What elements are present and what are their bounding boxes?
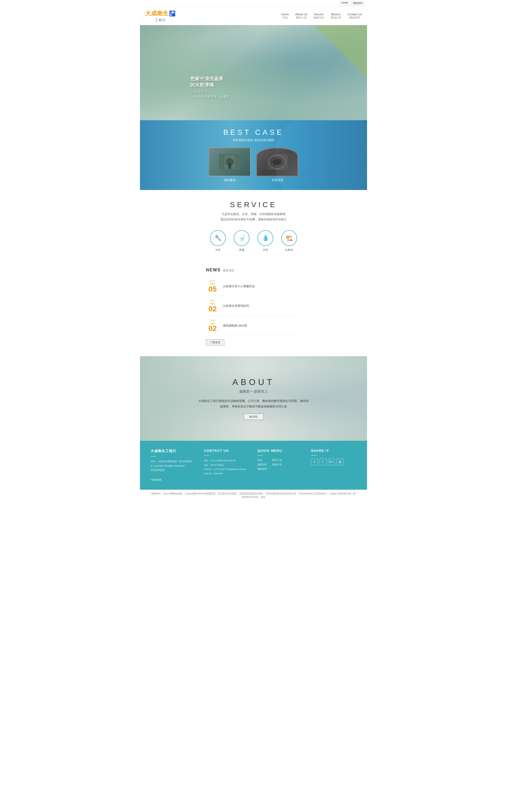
service-title: SERVICE (145, 201, 362, 209)
nav-about-en: About Us (295, 13, 307, 16)
news-section: NEWS 最新消息 2017May 05 台南通水管小心整騙苦波 2017May… (201, 268, 306, 346)
case-photo-2: 水塔清潔 (256, 147, 298, 182)
svg-point-7 (275, 160, 280, 164)
footer-link-albums[interactable]: 案例分享 (272, 463, 282, 466)
footer-link-contact[interactable]: 聯絡我們 (258, 467, 267, 471)
topbar-contact-link[interactable]: 聯絡我們 (351, 1, 364, 6)
about-more-button[interactable]: MORE (244, 413, 264, 420)
news-item-2[interactable]: 2017May 02 台南通水管實用妙招 (206, 296, 301, 316)
footer-line-id: Line ID：hotel100 (204, 471, 250, 476)
hero-text-block: 您家中清洗蔬果 的水乾淨嗎 快速清潔 ──讓您的住家環境、更優質 (190, 75, 229, 99)
footer-bottom: 版權所有，未全文轉載與節錄。立刻為您解決所有您困擾問題。對話更多項目環境，請延覽… (140, 490, 367, 501)
case-photo-img-2 (256, 147, 298, 176)
footer-link-service[interactable]: 服務項目 (258, 463, 267, 466)
service-icon-toilet: 🚽 馬桶 (234, 230, 249, 252)
social-twitter-icon[interactable]: 𝕏 (311, 458, 318, 465)
footer-quick-col-right: 關於大成 案例分享 (272, 458, 282, 471)
about-title: ABOUT (198, 377, 309, 387)
nav-service-en: Service (314, 13, 324, 16)
logo-chinese-text: 大成衛生 (145, 9, 168, 17)
svg-rect-3 (228, 163, 231, 168)
footer-quickmenu-title: QUICK MENU (258, 449, 303, 453)
about-section: ABOUT 服務第一 顧客至上 大成衛生工程行歷經多年訓練精英團。公司行業、廠校… (140, 356, 367, 441)
logo-main: 大成衛生 🚰 (145, 9, 176, 17)
header: 大成衛生 🚰 工程行 Home 首頁 About Us 關於大成 Service… (140, 7, 367, 25)
hero-subtext2: ──讓您的住家環境、更優質 (190, 95, 229, 99)
about-tagline: 服務第一 顧客至上 (198, 389, 309, 394)
news-item-3[interactable]: 2017May 02 通馬桶報報-抽水肥 (206, 316, 301, 336)
nav-home-en: Home (281, 13, 289, 16)
nav-albums-zh: 案例分享 (331, 16, 341, 19)
news-text-2: 台南通水管實用妙招 (223, 304, 301, 308)
footer-col-company: 大成衛生工程行 ADD：台南市永康區崑崙一路120號5號 © Copyright… (151, 449, 196, 482)
pipe-icon: 🔧 (210, 230, 226, 246)
tank-icon-label: 水塔 (258, 248, 273, 252)
news-text-1: 台南通水管小心整騙苦波 (223, 284, 301, 288)
nav-item-about[interactable]: About Us 關於大成 (295, 13, 307, 19)
footer-top: 大成衛生工程行 ADD：台南市永康區崑崙一路120號5號 © Copyright… (140, 441, 367, 490)
tank-icon: 💧 (258, 230, 273, 246)
case-photo-img-1 (209, 147, 251, 176)
footer-col-divider-3 (258, 455, 263, 456)
footer-address: ADD：台南市永康區崑崙一路120號5號 (151, 459, 196, 463)
social-facebook-icon[interactable]: f (320, 458, 326, 465)
about-desc: 大成衛生工程行歷經多年訓練精英團。公司行業、廠校都想解理通衛生等問題，擁有經驗豐… (198, 398, 309, 409)
logo-faucet-icon: 🚰 (169, 10, 176, 17)
news-year-month-2: 2017May (206, 299, 219, 305)
hero-triangle-decoration (314, 25, 367, 78)
hero-heading: 您家中清洗蔬果 的水乾淨嗎 (190, 75, 229, 88)
footer-bottom-text: 版權所有，未全文轉載與節錄。立刻為您解決所有您困擾問題。對話更多項目環境，請延覽… (151, 492, 356, 499)
footer-contact-note: 原來詢問請多 (151, 468, 196, 472)
main-nav: Home 首頁 About Us 關於大成 Service 服務項目 Album… (281, 13, 362, 19)
best-case-section: BEST CASE 專業優質的服務 值得信賴的團隊 抽化糞池 (140, 120, 367, 190)
footer-email: E-MAIL：27771237777@yahoo.com.tw (204, 467, 250, 471)
service-icons-row: 🔧 水管 🚽 馬桶 💧 水塔 🏗️ 化糞池 (145, 230, 362, 252)
case-photo-label-1: 抽化糞池 (209, 178, 251, 182)
news-item-1[interactable]: 2017May 05 台南通水管小心整騙苦波 (206, 277, 301, 297)
footer-col-quickmenu: QUICK MENU 首頁 服務項目 聯絡我們 關於大成 案例分享 (258, 449, 303, 482)
social-rss-icon[interactable]: ⊞ (336, 458, 343, 465)
case-photo-label-2: 水塔清潔 (256, 178, 298, 182)
news-more-button[interactable]: 了解更多 (206, 339, 224, 346)
sewage-icon-label: 化糞池 (281, 248, 297, 252)
case-photos-row: 抽化糞池 水塔清潔 (145, 147, 362, 182)
footer-tel1: TEL：06-2716600:06-236729 (204, 458, 250, 463)
nav-item-service[interactable]: Service 服務項目 (314, 13, 324, 19)
news-year-month-1: 2017May (206, 280, 219, 286)
nav-about-zh: 關於大成 (295, 16, 307, 19)
footer-link-home[interactable]: 首頁 (258, 458, 267, 462)
nav-item-home[interactable]: Home 首頁 (281, 13, 289, 19)
topbar-home-link[interactable]: HOME (339, 1, 350, 6)
footer-col-divider-2 (204, 455, 209, 456)
footer-tel2: TEL：0973776047 (204, 463, 250, 467)
footer-copyright: © Copyright All Rights Reserved (151, 464, 196, 468)
top-bar: HOME 聯絡我們 (140, 0, 367, 7)
footer-quick-col-left: 首頁 服務項目 聯絡我們 (258, 458, 267, 471)
nav-item-albums[interactable]: Albums 案例分享 (331, 13, 341, 19)
toilet-icon: 🚽 (234, 230, 249, 246)
footer-link-about[interactable]: 關於大成 (272, 458, 282, 462)
social-googleplus-icon[interactable]: G+ (328, 458, 335, 465)
best-case-title: BEST CASE (145, 128, 362, 137)
news-service-row: NEWS 最新消息 2017May 05 台南通水管小心整騙苦波 2017May… (140, 262, 367, 356)
nav-item-contact[interactable]: Contact Us 聯絡我們 (347, 13, 362, 19)
footer-company-link[interactable]: Y我的部落 (151, 478, 162, 481)
news-day-2: 02 (206, 305, 219, 313)
footer-col-divider-4 (311, 455, 316, 456)
logo: 大成衛生 🚰 工程行 (145, 9, 176, 22)
nav-contact-en: Contact Us (347, 13, 362, 16)
news-text-3: 通馬桶報報-抽水肥 (223, 324, 301, 328)
footer-share-title: SHARE IT (311, 449, 357, 453)
footer-col-share: SHARE IT 𝕏 f G+ ⊞ (311, 449, 357, 482)
sewage-icon: 🏗️ (281, 230, 297, 246)
service-desc-1: 凡是與化糞池、水管、馬桶、水塔相關皆有服務哦 (145, 212, 362, 217)
footer-quick-menu: 首頁 服務項目 聯絡我們 關於大成 案例分享 (258, 458, 303, 471)
service-icon-pipe: 🔧 水管 (210, 230, 226, 252)
service-desc-2: 電話諮詢到府估價皆不收費，價格您滿意我們在動工 (145, 217, 362, 222)
hero-subtext: 快速清潔 (190, 90, 229, 95)
best-case-subtitle: 專業優質的服務 值得信賴的團隊 (145, 138, 362, 142)
nav-home-zh: 首頁 (281, 16, 289, 19)
service-section: SERVICE 凡是與化糞池、水管、馬桶、水塔相關皆有服務哦 電話諮詢到府估價皆… (140, 190, 367, 262)
news-year-month-3: 2017May (206, 319, 219, 325)
news-header: NEWS 最新消息 (206, 268, 301, 272)
